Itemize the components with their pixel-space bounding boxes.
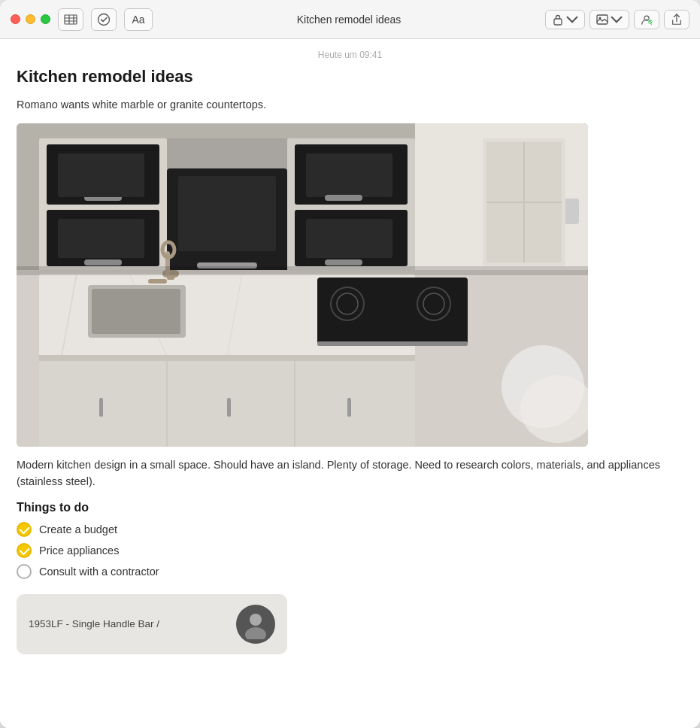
checklist-button[interactable] — [91, 8, 117, 31]
svg-point-10 — [648, 20, 653, 24]
checklist-check-2[interactable] — [17, 564, 32, 579]
format-label: Aa — [132, 14, 144, 26]
note-paragraph-1: Romano wants white marble or granite cou… — [17, 97, 683, 114]
section-heading: Things to do — [17, 501, 683, 514]
attachment-title: 1953LF - Single Handle Bar / — [29, 618, 226, 629]
window-title: Kitchen remodel ideas — [160, 14, 538, 26]
lock-chevron-icon — [566, 14, 578, 26]
traffic-lights — [11, 14, 50, 24]
gallery-chevron-icon — [611, 14, 623, 26]
titlebar-right-actions — [545, 10, 689, 29]
svg-rect-29 — [325, 195, 362, 201]
note-timestamp: Heute um 09:41 — [17, 39, 683, 66]
titlebar: Aa Kitchen remodel ideas — [0, 0, 700, 39]
svg-rect-7 — [597, 15, 608, 24]
gallery-button[interactable] — [589, 10, 629, 29]
svg-point-66 — [245, 627, 266, 639]
svg-rect-50 — [148, 279, 167, 284]
svg-rect-56 — [347, 398, 351, 417]
checklist-item-1: Price appliances — [17, 543, 683, 558]
minimize-button[interactable] — [26, 14, 35, 24]
svg-rect-19 — [58, 153, 144, 197]
lock-button[interactable] — [545, 10, 585, 29]
note-title: Kitchen remodel ideas — [17, 66, 683, 88]
svg-rect-54 — [99, 398, 103, 417]
svg-rect-64 — [17, 266, 588, 275]
attachment-card[interactable]: 1953LF - Single Handle Bar / — [17, 594, 287, 654]
checklist-item-0: Create a budget — [17, 522, 683, 537]
svg-rect-55 — [227, 398, 231, 417]
svg-rect-18 — [84, 259, 122, 265]
svg-rect-6 — [554, 19, 562, 25]
maximize-button[interactable] — [41, 14, 50, 24]
svg-rect-27 — [306, 153, 392, 197]
svg-rect-30 — [325, 259, 362, 265]
checklist-item-2: Consult with a contractor — [17, 564, 683, 579]
checklist-label-0: Create a budget — [39, 523, 117, 535]
svg-rect-0 — [65, 15, 77, 24]
note-paragraph-2: Modern kitchen design in a small space. … — [17, 457, 683, 490]
svg-point-5 — [98, 14, 110, 25]
svg-point-65 — [250, 614, 262, 626]
attachment-thumbnail — [236, 605, 275, 644]
notes-window: Aa Kitchen remodel ideas — [0, 0, 700, 728]
svg-rect-20 — [58, 219, 144, 258]
table-view-button[interactable] — [58, 8, 83, 31]
svg-rect-43 — [317, 341, 468, 346]
checklist-label-2: Consult with a contractor — [39, 566, 159, 578]
close-button[interactable] — [11, 14, 20, 24]
share-button[interactable] — [664, 10, 689, 29]
collaborate-button[interactable] — [634, 10, 659, 29]
svg-rect-22 — [178, 176, 276, 251]
format-button[interactable]: Aa — [124, 8, 153, 31]
svg-rect-28 — [306, 219, 392, 258]
checklist-check-1[interactable] — [17, 543, 32, 558]
svg-rect-45 — [92, 289, 180, 334]
checklist-check-0[interactable] — [17, 522, 32, 537]
checklist: Create a budget Price appliances Consult… — [17, 522, 683, 579]
kitchen-image — [17, 123, 588, 447]
svg-rect-57 — [39, 355, 415, 361]
note-content: Heute um 09:41 Kitchen remodel ideas Rom… — [0, 39, 700, 728]
checklist-label-1: Price appliances — [39, 544, 119, 557]
